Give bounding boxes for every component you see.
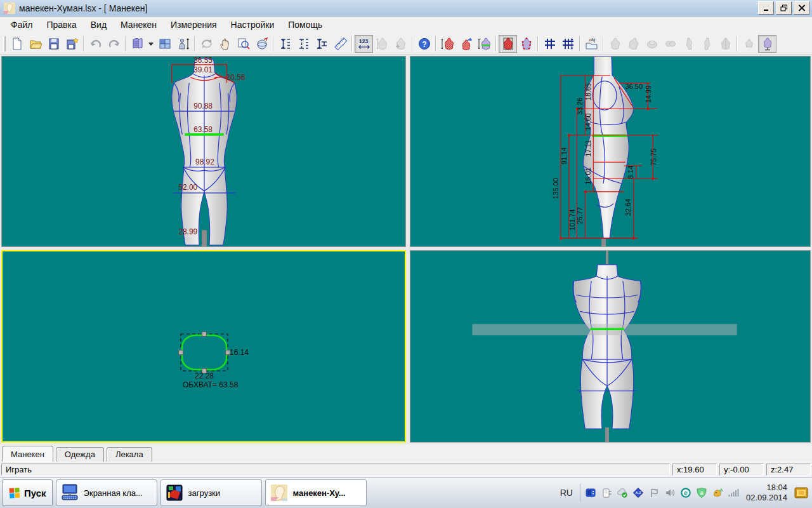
close-icon <box>799 5 804 11</box>
tab-clothes[interactable]: Одежда <box>56 447 104 462</box>
menu-view[interactable]: Вид <box>84 18 114 32</box>
flag-icon[interactable] <box>648 487 660 498</box>
menu-settings[interactable]: Настройки <box>224 18 282 32</box>
section-view-canvas[interactable]: 16.14 22.28 ОБХВАТ= 63.58 <box>3 251 405 441</box>
svg-text:22.28: 22.28 <box>195 371 214 380</box>
coord-z: z:2.47 <box>766 464 811 476</box>
adguard-icon[interactable]: a <box>696 487 707 498</box>
tab-mannequin[interactable]: Манекен <box>2 446 53 462</box>
pan-hand-icon[interactable] <box>216 35 234 53</box>
view-back-icon[interactable] <box>716 35 735 53</box>
mannequin-measure-icon[interactable] <box>438 35 457 53</box>
gold-tray-app-icon[interactable] <box>794 486 808 500</box>
signal-bars-icon[interactable] <box>728 487 739 498</box>
measurements-list-icon[interactable] <box>128 35 147 53</box>
downloads-icon <box>165 483 184 502</box>
svg-text:36.50: 36.50 <box>625 83 643 90</box>
svg-text:15.01: 15.01 <box>584 168 592 185</box>
mannequin-sections-icon[interactable] <box>499 35 517 53</box>
dressform-view-icon[interactable] <box>758 35 776 53</box>
tab-patterns[interactable]: Лекала <box>107 447 152 462</box>
volume-icon[interactable] <box>664 487 676 498</box>
taskbar-item-mannequin-app[interactable]: манекен-Ху... <box>265 479 367 506</box>
menu-file[interactable]: Файл <box>4 18 39 32</box>
redo-icon[interactable] <box>105 35 123 53</box>
view-top-icon[interactable] <box>643 35 661 53</box>
dictionary-icon[interactable]: A-Z <box>632 487 644 498</box>
menu-measurements[interactable]: Измерения <box>164 18 224 32</box>
open-file-icon[interactable] <box>26 35 44 53</box>
dim-segments-icon[interactable] <box>294 35 313 53</box>
menu-mannequin[interactable]: Манекен <box>114 18 164 32</box>
viewport-front[interactable]: 36.55 39.01 20.56 90.88 63.58 98.92 52.0… <box>1 56 406 247</box>
coord-y: y:-0.00 <box>719 464 764 476</box>
front-view-canvas[interactable]: 36.55 39.01 20.56 90.88 63.58 98.92 52.0… <box>2 57 405 246</box>
mannequin-waist-level-icon[interactable] <box>475 35 494 53</box>
mannequin-points-icon[interactable] <box>517 35 535 53</box>
viewport-side[interactable]: 135.00 91.14 101.74 33.26 25.77 18.65 14… <box>410 56 811 247</box>
undo-icon[interactable] <box>86 35 105 53</box>
mannequin-height-disabled-icon[interactable] <box>373 35 391 53</box>
viewport-layout-icon[interactable] <box>155 35 174 53</box>
menu-help[interactable]: Помощь <box>281 18 329 32</box>
view-three-quarter-icon[interactable] <box>624 35 643 53</box>
clock-time: 18:04 <box>746 483 787 493</box>
dim-values-icon[interactable]: 123 <box>355 35 373 53</box>
eset-icon[interactable]: e <box>680 487 691 498</box>
back-view-canvas[interactable] <box>410 251 810 442</box>
toolbar-grip[interactable] <box>3 36 6 51</box>
view-front-icon[interactable] <box>606 35 624 53</box>
side-view-canvas[interactable]: 135.00 91.14 101.74 33.26 25.77 18.65 14… <box>410 57 810 246</box>
taskbar: Пуск Экранная кла... загрузки манекен-Х <box>0 477 812 508</box>
help-icon[interactable]: ? <box>415 35 433 53</box>
viewport-section[interactable]: 16.14 22.28 ОБХВАТ= 63.58 <box>1 250 406 443</box>
svg-text:123: 123 <box>359 38 368 44</box>
zoom-window-icon[interactable] <box>234 35 252 53</box>
tab-bar: Манекен Одежда Лекала <box>0 444 812 462</box>
svg-text:33.26: 33.26 <box>576 98 584 115</box>
wifi-pet-icon[interactable] <box>712 487 723 498</box>
restore-button[interactable] <box>776 1 792 15</box>
list-dropdown-icon[interactable] <box>147 35 155 53</box>
menu-edit[interactable]: Правка <box>39 18 83 32</box>
tray-clock[interactable]: 18:04 02.09.2014 <box>743 483 790 503</box>
language-indicator[interactable]: RU <box>558 488 575 498</box>
taskbar-item-label: загрузки <box>188 488 220 498</box>
person-height-icon[interactable] <box>174 35 192 53</box>
svg-text:75.75: 75.75 <box>650 149 657 166</box>
waist-section-curve[interactable] <box>182 335 226 370</box>
dim-levels-icon[interactable] <box>313 35 331 53</box>
sync-cloud-icon[interactable] <box>617 487 628 498</box>
rotate-view-icon[interactable] <box>197 35 216 53</box>
selection-box <box>181 334 228 371</box>
viewport-back[interactable] <box>410 250 811 443</box>
new-document-icon[interactable] <box>8 35 26 53</box>
save-as-icon[interactable] <box>63 35 81 53</box>
import-obj-icon[interactable]: .obj <box>582 35 601 53</box>
bust-view-icon[interactable] <box>740 35 758 53</box>
view-left-icon[interactable] <box>679 35 698 53</box>
dim-height-icon[interactable] <box>276 35 294 53</box>
view-bottom-icon[interactable] <box>661 35 679 53</box>
minimize-button[interactable] <box>758 1 774 15</box>
grid-icon[interactable] <box>540 35 559 53</box>
menu-bar: Файл Правка Вид Манекен Измерения Настро… <box>0 17 812 33</box>
power-plug-icon[interactable] <box>601 487 612 498</box>
start-button[interactable]: Пуск <box>2 479 53 506</box>
svg-text:98.92: 98.92 <box>195 157 214 166</box>
close-button[interactable] <box>794 1 809 15</box>
svg-text:90.88: 90.88 <box>193 102 213 110</box>
screen-keyboard-icon <box>60 483 79 502</box>
back-stand-pole <box>605 427 609 442</box>
grid-dims-icon[interactable] <box>559 35 577 53</box>
ruler-icon[interactable] <box>331 35 350 53</box>
mannequin-add-disabled-icon[interactable] <box>391 35 410 53</box>
rotate-3d-icon[interactable] <box>252 35 271 53</box>
mannequin-apply-icon[interactable] <box>457 35 475 53</box>
taskbar-item-downloads[interactable]: загрузки <box>160 479 262 506</box>
view-right-icon[interactable] <box>698 35 716 53</box>
device-tray-icon[interactable] <box>585 487 596 498</box>
taskbar-item-screen-keyboard[interactable]: Экранная кла... <box>56 479 157 506</box>
svg-text:101.74: 101.74 <box>568 210 576 231</box>
save-icon[interactable] <box>44 35 63 53</box>
